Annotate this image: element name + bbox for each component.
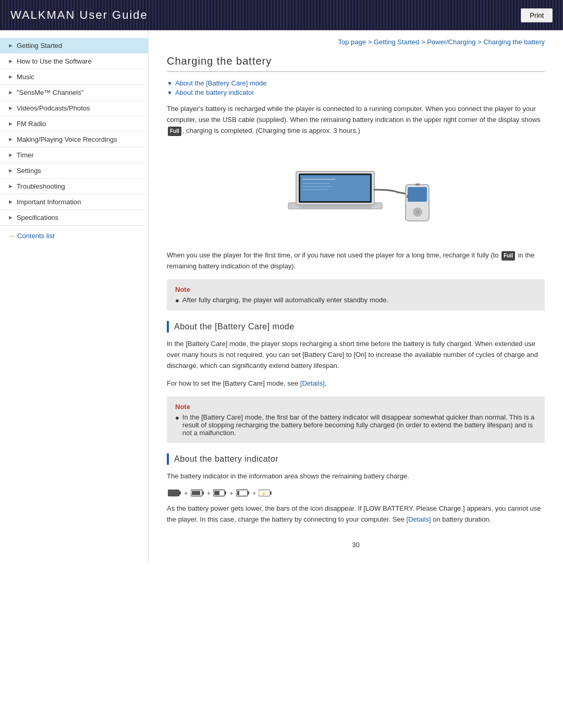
battery-details-link[interactable]: [Details]: [407, 515, 431, 523]
sidebar-item-settings[interactable]: ► Settings: [0, 163, 148, 179]
bullet-icon: ●: [175, 297, 179, 304]
svg-rect-25: [248, 491, 249, 495]
battery-indicator-text1: The battery indicator in the information…: [167, 471, 545, 482]
header-title-bold: WALKMAN: [10, 8, 75, 21]
breadcrumb-separator: >: [478, 38, 483, 46]
sidebar-item-timer[interactable]: ► Timer: [0, 147, 148, 163]
arrow-separator: +: [229, 489, 234, 497]
battery-half-icon: [213, 489, 227, 497]
sidebar-item-how-to-use-software[interactable]: ► How to Use the Software: [0, 54, 148, 69]
sidebar-item-music[interactable]: ► Music: [0, 69, 148, 85]
section-bar-icon: [167, 321, 169, 332]
battery-icons-row: + + +: [167, 489, 545, 497]
laptop-illustration: [273, 145, 439, 239]
content-area: Top page > Getting Started > Power/Charg…: [149, 30, 563, 564]
section-link-label: About the [Battery Care] mode: [175, 79, 267, 87]
breadcrumb: Top page > Getting Started > Power/Charg…: [167, 38, 545, 46]
svg-text:⚡: ⚡: [261, 491, 266, 496]
chevron-right-icon: ►: [8, 58, 14, 64]
sidebar-item-specifications[interactable]: ► Specifications: [0, 210, 148, 226]
chevron-right-icon: ►: [8, 167, 14, 174]
sidebar-item-voice-recordings[interactable]: ► Making/Playing Voice Recordings: [0, 132, 148, 147]
chevron-right-icon: ►: [8, 152, 14, 158]
sidebar-item-label: Getting Started: [17, 42, 140, 50]
note-box-2: Note ● In the [Battery Care] mode, the f…: [167, 397, 545, 443]
battery-indicator-text2: As the battery power gets lower, the bar…: [167, 503, 545, 525]
header-title: WALKMAN User Guide: [10, 8, 148, 22]
svg-rect-16: [179, 491, 181, 495]
battery-care-details-link[interactable]: [Details]: [300, 379, 325, 387]
svg-rect-18: [192, 491, 200, 495]
breadcrumb-power-charging[interactable]: Power/Charging: [427, 38, 475, 46]
laptop-image-area: [167, 145, 545, 241]
header-title-light: User Guide: [75, 8, 148, 21]
sidebar-item-important-information[interactable]: ► Important Information: [0, 194, 148, 210]
arrow-separator: +: [184, 489, 188, 497]
contents-list-label: Contents list: [17, 232, 55, 240]
header: WALKMAN User Guide Print: [0, 0, 563, 30]
chevron-right-icon: ►: [8, 89, 14, 95]
chevron-right-icon: ►: [8, 73, 14, 80]
chevron-right-icon: ►: [8, 42, 14, 48]
note-box-1: Note ● After fully charging, the player …: [167, 279, 545, 311]
note-label-1: Note: [175, 286, 536, 293]
section-link-label: About the battery indicator: [175, 89, 254, 96]
breadcrumb-getting-started[interactable]: Getting Started: [374, 38, 419, 46]
svg-rect-24: [237, 491, 239, 495]
sidebar-item-label: Making/Playing Voice Recordings: [17, 135, 140, 143]
sidebar: ► Getting Started ► How to Use the Softw…: [0, 30, 149, 564]
note-text-1: After fully charging, the player will au…: [182, 296, 388, 304]
full-indicator-2: Full: [501, 251, 515, 261]
svg-rect-14: [296, 204, 374, 205]
breadcrumb-separator: >: [421, 38, 427, 46]
sidebar-item-senseme[interactable]: ► "SensMe™ Channels": [0, 85, 148, 101]
page-number: 30: [167, 541, 545, 549]
chevron-right-icon: ►: [8, 120, 14, 127]
battery-care-details-text: For how to set the [Battery Care] mode, …: [167, 378, 545, 389]
battery-care-heading: About the [Battery Care] mode: [167, 321, 545, 332]
sidebar-item-label: Music: [17, 73, 140, 81]
sidebar-item-label: Specifications: [17, 214, 140, 221]
svg-point-12: [415, 210, 420, 214]
svg-rect-10: [408, 187, 427, 202]
svg-rect-21: [214, 491, 219, 495]
arrow-separator: +: [207, 489, 211, 497]
triangle-down-icon: ▼: [167, 90, 173, 96]
breadcrumb-separator: >: [368, 38, 374, 46]
triangle-down-icon: ▼: [167, 80, 173, 87]
battery-low-icon: [236, 489, 250, 497]
breadcrumb-top-page[interactable]: Top page: [338, 38, 366, 46]
sidebar-item-troubleshooting[interactable]: ► Troubleshooting: [0, 179, 148, 194]
section-link-battery-indicator[interactable]: ▼ About the battery indicator: [167, 89, 545, 96]
note-item-1: ● After fully charging, the player will …: [175, 296, 536, 304]
breadcrumb-current[interactable]: Charging the battery: [483, 38, 545, 46]
svg-rect-8: [299, 206, 372, 208]
svg-rect-15: [168, 490, 179, 496]
battery-indicator-heading-label: About the battery indicator: [174, 454, 278, 464]
battery-empty-icon: ⚡: [259, 489, 272, 497]
sidebar-item-videos[interactable]: ► Videos/Podcasts/Photos: [0, 101, 148, 116]
section-bar-icon: [167, 453, 169, 465]
chevron-right-icon: ►: [8, 199, 14, 205]
battery-3bar-icon: [191, 489, 204, 497]
page-title: Charging the battery: [167, 55, 545, 72]
print-button[interactable]: Print: [521, 8, 553, 22]
svg-rect-22: [225, 491, 226, 495]
sidebar-item-label: "SensMe™ Channels": [17, 89, 140, 96]
contents-list-link[interactable]: → Contents list: [0, 226, 148, 246]
sidebar-item-getting-started[interactable]: ► Getting Started: [0, 38, 148, 54]
main-container: ► Getting Started ► How to Use the Softw…: [0, 30, 563, 564]
sidebar-item-fm-radio[interactable]: ► FM Radio: [0, 116, 148, 132]
recharge-paragraph: When you use the player for the first ti…: [167, 250, 545, 272]
battery-full-icon: [168, 489, 181, 497]
note-label-2: Note: [175, 403, 536, 411]
sidebar-item-label: Settings: [17, 167, 140, 175]
intro-paragraph: The player's battery is recharged while …: [167, 104, 545, 136]
sidebar-item-label: How to Use the Software: [17, 57, 140, 65]
battery-care-heading-label: About the [Battery Care] mode: [174, 322, 295, 331]
full-indicator: Full: [168, 127, 181, 136]
arrow-right-icon: →: [8, 232, 15, 240]
sidebar-item-label: Important Information: [17, 198, 140, 206]
bullet-icon: ●: [175, 414, 179, 422]
section-link-battery-care[interactable]: ▼ About the [Battery Care] mode: [167, 79, 545, 87]
